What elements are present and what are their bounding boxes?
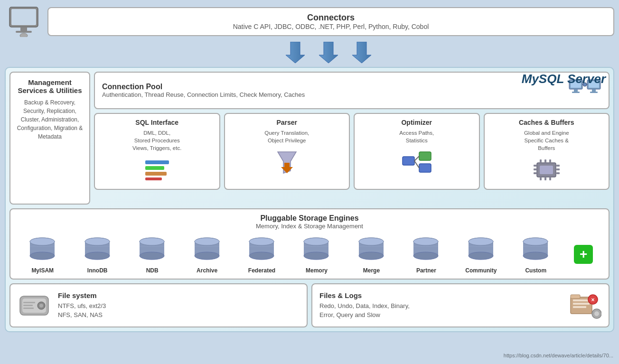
archive-db-icon bbox=[192, 236, 223, 264]
connection-pool-title: Connection Pool bbox=[102, 83, 305, 91]
svg-point-64 bbox=[195, 238, 219, 245]
parser-title: Parser bbox=[230, 119, 345, 126]
parser-box: Parser Query Translation,Object Privileg… bbox=[224, 113, 350, 190]
svg-rect-20 bbox=[145, 172, 167, 176]
arrow-down-3 bbox=[352, 42, 371, 63]
filesystem-content: NTFS, ufs, ext2/3 NFS, SAN, NAS bbox=[58, 301, 106, 320]
engine-memory: Memory bbox=[300, 234, 333, 274]
svg-text:×: × bbox=[591, 297, 594, 303]
sql-interface-title: SQL Interface bbox=[100, 119, 215, 126]
ndb-label: NDB bbox=[146, 267, 159, 274]
myisam-icon bbox=[26, 234, 59, 265]
svg-rect-111 bbox=[571, 295, 580, 299]
myisam-label: MyISAM bbox=[31, 267, 54, 274]
mysql-server-block: MySQL Server Management Services & Utili… bbox=[5, 67, 614, 332]
svg-rect-1 bbox=[11, 9, 36, 25]
four-boxes-row: SQL Interface DML, DDL,Stored Procedures… bbox=[94, 113, 610, 190]
arrow-down-2 bbox=[319, 42, 338, 63]
svg-rect-26 bbox=[419, 164, 431, 172]
monitor-icon bbox=[5, 5, 43, 38]
sql-interface-box: SQL Interface DML, DDL,Stored Procedures… bbox=[94, 113, 220, 190]
svg-marker-6 bbox=[319, 42, 338, 63]
svg-rect-34 bbox=[556, 165, 560, 167]
svg-rect-42 bbox=[549, 177, 551, 180]
svg-rect-21 bbox=[145, 177, 162, 180]
mysql-server-title: MySQL Server bbox=[522, 72, 606, 86]
svg-rect-41 bbox=[544, 177, 546, 180]
watermark: https://blog.csdn.net/dewave/article/det… bbox=[504, 353, 613, 358]
svg-rect-18 bbox=[145, 160, 169, 164]
optimizer-icon bbox=[400, 149, 433, 176]
svg-point-63 bbox=[195, 252, 219, 260]
svg-rect-15 bbox=[590, 92, 598, 93]
svg-point-76 bbox=[304, 238, 328, 245]
svg-point-58 bbox=[140, 238, 164, 245]
files-logs-box: Files & Logs Redo, Undo, Data, Index, Bi… bbox=[311, 283, 610, 327]
innodb-label: InnoDB bbox=[87, 267, 108, 274]
svg-point-70 bbox=[249, 238, 274, 245]
svg-rect-114 bbox=[573, 306, 586, 308]
partner-db-icon bbox=[411, 236, 441, 264]
svg-point-51 bbox=[85, 252, 110, 260]
connection-pool-subtitle: Authentication, Thread Reuse, Connection… bbox=[102, 91, 305, 98]
svg-point-45 bbox=[30, 252, 55, 260]
engine-federated: Federated bbox=[245, 234, 279, 274]
svg-rect-14 bbox=[592, 89, 596, 92]
partner-label: Partner bbox=[416, 267, 436, 274]
caches-icon bbox=[531, 158, 562, 182]
svg-point-57 bbox=[140, 252, 164, 260]
files-logs-icon: × bbox=[568, 290, 601, 321]
main-wrapper: Connectors Native C API, JDBC, ODBC, .NE… bbox=[0, 0, 619, 364]
svg-point-82 bbox=[359, 238, 384, 245]
sql-icon bbox=[143, 158, 171, 182]
svg-rect-2 bbox=[20, 27, 27, 31]
svg-rect-113 bbox=[573, 303, 590, 305]
files-logs-content: Redo, Undo, Data, Index, Binary, Error, … bbox=[319, 301, 561, 320]
community-db-icon bbox=[466, 236, 497, 264]
add-engine-button[interactable]: + bbox=[574, 245, 593, 264]
engine-merge: Merge bbox=[355, 234, 388, 274]
custom-icon bbox=[519, 234, 553, 265]
filesystem-title: File system bbox=[58, 291, 106, 299]
files-logs-text: Files & Logs Redo, Undo, Data, Index, Bi… bbox=[319, 291, 561, 320]
optimizer-content: Access Paths,Statistics bbox=[359, 129, 474, 144]
svg-rect-109 bbox=[23, 308, 34, 309]
federated-icon bbox=[245, 234, 279, 265]
svg-point-99 bbox=[523, 252, 548, 260]
caches-box: Caches & Buffers Global and EngineSpecif… bbox=[484, 113, 610, 190]
caches-title: Caches & Buffers bbox=[489, 119, 604, 126]
connectors-section: Connectors Native C API, JDBC, ODBC, .NE… bbox=[5, 5, 614, 38]
parser-icon-area bbox=[230, 148, 345, 177]
svg-marker-7 bbox=[352, 42, 371, 63]
svg-point-4 bbox=[20, 33, 28, 37]
mysql-top-row: Management Services & Utilities Backup &… bbox=[9, 72, 610, 205]
merge-icon bbox=[355, 234, 388, 265]
svg-rect-19 bbox=[145, 166, 164, 170]
innodb-icon bbox=[81, 234, 114, 265]
svg-rect-25 bbox=[419, 152, 431, 160]
storage-engines-title: Pluggable Storage Engines bbox=[15, 214, 604, 223]
memory-db-icon bbox=[301, 236, 332, 264]
svg-rect-11 bbox=[572, 92, 580, 93]
svg-rect-107 bbox=[23, 302, 35, 303]
svg-rect-36 bbox=[556, 172, 560, 174]
engine-community: Community bbox=[464, 234, 497, 274]
engine-custom: Custom bbox=[519, 234, 553, 274]
caches-icon-area bbox=[489, 156, 604, 184]
community-icon bbox=[464, 234, 497, 265]
connectors-title: Connectors bbox=[58, 13, 604, 23]
svg-rect-3 bbox=[16, 31, 32, 33]
top-right-column: Connection Pool Authentication, Thread R… bbox=[94, 72, 610, 205]
caches-content: Global and EngineSpecific Caches &Buffer… bbox=[489, 129, 604, 152]
ndb-db-icon bbox=[137, 236, 168, 264]
optimizer-icon-area bbox=[359, 148, 474, 177]
arrows-row bbox=[5, 42, 614, 63]
archive-label: Archive bbox=[197, 267, 217, 274]
custom-db-icon bbox=[520, 236, 551, 264]
arrow-down-1 bbox=[286, 42, 305, 63]
merge-label: Merge bbox=[363, 267, 380, 274]
management-box: Management Services & Utilities Backup &… bbox=[9, 72, 90, 205]
svg-rect-10 bbox=[574, 89, 578, 92]
sql-icon-area bbox=[100, 156, 215, 184]
svg-rect-38 bbox=[544, 159, 546, 163]
